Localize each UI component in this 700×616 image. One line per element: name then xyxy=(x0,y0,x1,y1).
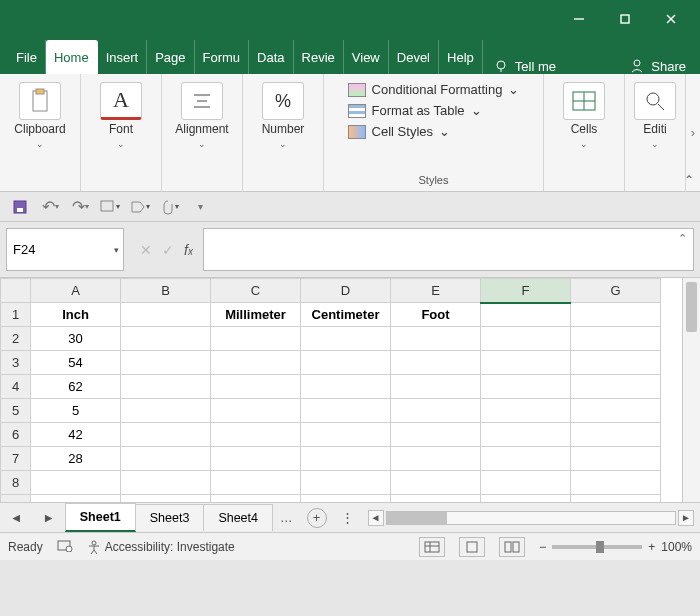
cell[interactable] xyxy=(301,495,391,503)
col-header-D[interactable]: D xyxy=(301,279,391,303)
macro-record-icon[interactable] xyxy=(57,538,73,555)
cell[interactable] xyxy=(481,495,571,503)
new-sheet-button[interactable]: + xyxy=(307,508,327,528)
cell-styles-button[interactable]: Cell Styles ⌄ xyxy=(348,124,450,139)
cell[interactable] xyxy=(301,447,391,471)
qat-button-2[interactable]: ▾ xyxy=(130,197,150,217)
col-header-F[interactable]: F xyxy=(481,279,571,303)
scrollbar-thumb[interactable] xyxy=(686,282,697,332)
cell-D1[interactable]: Centimeter xyxy=(301,303,391,327)
cell-A3[interactable]: 54 xyxy=(31,351,121,375)
row-header-6[interactable]: 6 xyxy=(1,423,31,447)
cell[interactable] xyxy=(121,375,211,399)
cell[interactable] xyxy=(391,423,481,447)
tab-help[interactable]: Help xyxy=(439,40,483,74)
number-button[interactable]: % Number ⌄ xyxy=(249,82,317,149)
cell[interactable] xyxy=(301,471,391,495)
cell[interactable] xyxy=(391,495,481,503)
sheet-tab-sheet4[interactable]: Sheet4 xyxy=(203,504,273,531)
scrollbar-thumb[interactable] xyxy=(387,512,447,524)
alignment-button[interactable]: Alignment ⌄ xyxy=(168,82,236,149)
cell[interactable] xyxy=(571,327,661,351)
cell[interactable] xyxy=(481,327,571,351)
cell-A1[interactable]: Inch xyxy=(31,303,121,327)
minimize-button[interactable] xyxy=(556,0,602,38)
tab-review[interactable]: Revie xyxy=(294,40,344,74)
zoom-slider[interactable] xyxy=(552,545,642,549)
cell[interactable] xyxy=(211,375,301,399)
cell[interactable] xyxy=(481,399,571,423)
select-all-corner[interactable] xyxy=(1,279,31,303)
cell[interactable] xyxy=(571,495,661,503)
col-header-G[interactable]: G xyxy=(571,279,661,303)
cell[interactable] xyxy=(121,327,211,351)
cell[interactable] xyxy=(121,303,211,327)
cell[interactable] xyxy=(301,399,391,423)
tab-developer[interactable]: Devel xyxy=(389,40,439,74)
cancel-formula-button[interactable]: ✕ xyxy=(140,242,152,258)
tell-me-search[interactable]: Tell me xyxy=(483,58,566,74)
insert-function-button[interactable]: fx xyxy=(184,242,193,258)
collapse-ribbon-button[interactable]: ⌃ xyxy=(684,173,694,187)
sheet-tabs-more[interactable]: … xyxy=(272,511,301,525)
qat-button-1[interactable]: ▾ xyxy=(100,197,120,217)
row-header-5[interactable]: 5 xyxy=(1,399,31,423)
cell-A7[interactable]: 28 xyxy=(31,447,121,471)
cell[interactable] xyxy=(121,447,211,471)
cell[interactable] xyxy=(301,351,391,375)
cells-table[interactable]: A B C D E F G 1InchMillimeterCentimeterF… xyxy=(0,278,661,502)
cells-button[interactable]: Cells ⌄ xyxy=(550,82,618,149)
cell[interactable] xyxy=(301,375,391,399)
tab-data[interactable]: Data xyxy=(249,40,293,74)
tab-insert[interactable]: Insert xyxy=(98,40,148,74)
cell[interactable] xyxy=(31,495,121,503)
cell[interactable] xyxy=(571,375,661,399)
cell[interactable] xyxy=(481,303,571,327)
cell[interactable] xyxy=(211,471,301,495)
page-break-view-button[interactable] xyxy=(499,537,525,557)
row-header-3[interactable]: 3 xyxy=(1,351,31,375)
chevron-down-icon[interactable]: ▾ xyxy=(114,245,119,255)
cell[interactable] xyxy=(121,495,211,503)
hscroll-right[interactable]: ► xyxy=(678,510,694,526)
cell[interactable] xyxy=(571,423,661,447)
editing-button[interactable]: Editi ⌄ xyxy=(631,82,679,149)
zoom-in-button[interactable]: + xyxy=(648,540,655,554)
row-header-4[interactable]: 4 xyxy=(1,375,31,399)
sheet-tab-sheet3[interactable]: Sheet3 xyxy=(135,504,205,531)
cell[interactable] xyxy=(301,327,391,351)
redo-button[interactable]: ↷ ▾ xyxy=(70,197,90,217)
cell[interactable] xyxy=(211,399,301,423)
cell[interactable] xyxy=(391,399,481,423)
col-header-B[interactable]: B xyxy=(121,279,211,303)
cell[interactable] xyxy=(481,447,571,471)
cell[interactable] xyxy=(211,447,301,471)
normal-view-button[interactable] xyxy=(419,537,445,557)
sheet-nav-prev[interactable]: ◄ xyxy=(0,511,32,525)
col-header-C[interactable]: C xyxy=(211,279,301,303)
qat-button-3[interactable]: ▾ xyxy=(160,197,180,217)
cell[interactable] xyxy=(391,471,481,495)
tab-page-layout[interactable]: Page xyxy=(147,40,194,74)
col-header-E[interactable]: E xyxy=(391,279,481,303)
cell[interactable] xyxy=(481,471,571,495)
formula-bar[interactable]: ⌃ xyxy=(203,228,694,271)
cell[interactable] xyxy=(571,399,661,423)
cell[interactable] xyxy=(571,351,661,375)
share-button[interactable]: Share xyxy=(615,58,700,74)
cell-A5[interactable]: 5 xyxy=(31,399,121,423)
conditional-formatting-button[interactable]: Conditional Formatting ⌄ xyxy=(348,82,520,97)
cell[interactable] xyxy=(31,471,121,495)
cell[interactable] xyxy=(571,303,661,327)
zoom-level[interactable]: 100% xyxy=(661,540,692,554)
sheet-nav-next[interactable]: ► xyxy=(32,511,64,525)
cell-A4[interactable]: 62 xyxy=(31,375,121,399)
sheet-tabs-menu[interactable]: ⋮ xyxy=(333,510,362,525)
cell-C1[interactable]: Millimeter xyxy=(211,303,301,327)
cell[interactable] xyxy=(211,495,301,503)
tab-view[interactable]: View xyxy=(344,40,389,74)
tab-file[interactable]: File xyxy=(8,40,46,74)
name-box[interactable]: F24 ▾ xyxy=(6,228,124,271)
zoom-slider-knob[interactable] xyxy=(596,541,604,553)
cell[interactable] xyxy=(481,375,571,399)
